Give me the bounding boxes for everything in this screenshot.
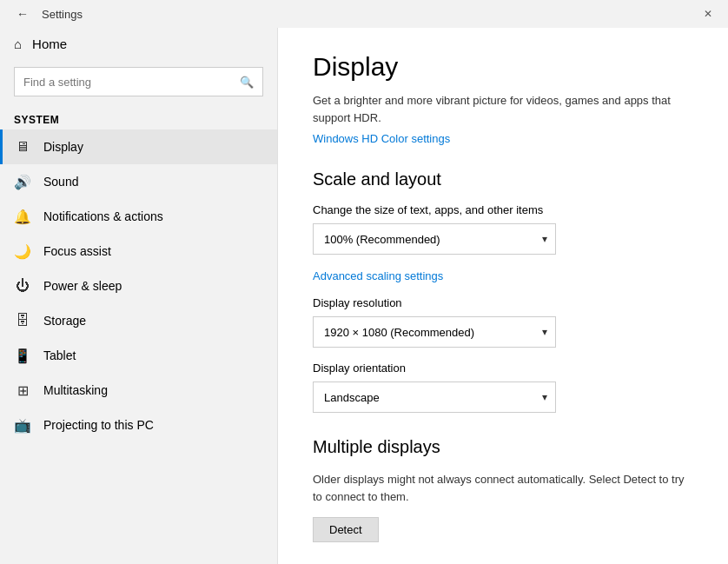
main-content: Display Get a brighter and more vibrant …: [278, 0, 728, 564]
sound-icon: 🔊: [14, 173, 31, 190]
detect-button[interactable]: Detect: [313, 517, 379, 542]
display-icon: 🖥: [14, 138, 31, 156]
back-button[interactable]: ←: [10, 2, 35, 26]
search-input[interactable]: [23, 76, 240, 89]
sidebar: ⌂ Home 🔍 System 🖥 Display 🔊 Sound 🔔 Noti…: [0, 0, 278, 564]
scale-dropdown[interactable]: 100% (Recommended) 125% 150% 175%: [313, 223, 556, 255]
scale-section-title: Scale and layout: [313, 169, 693, 189]
page-title: Display: [313, 52, 693, 82]
advanced-scaling-link[interactable]: Advanced scaling settings: [313, 269, 443, 282]
multiple-displays-desc: Older displays might not always connect …: [313, 471, 686, 505]
sidebar-home-label: Home: [32, 36, 67, 51]
sidebar-item-tablet-label: Tablet: [43, 348, 76, 362]
focus-icon: 🌙: [14, 242, 31, 260]
resolution-dropdown[interactable]: 1920 × 1080 (Recommended) 1280 × 720 102…: [313, 316, 556, 348]
sidebar-item-projecting[interactable]: 📺 Projecting to this PC: [0, 408, 277, 442]
sidebar-item-notifications[interactable]: 🔔 Notifications & actions: [0, 199, 277, 234]
sidebar-item-projecting-label: Projecting to this PC: [43, 418, 154, 432]
orientation-label: Display orientation: [313, 362, 693, 375]
resolution-label: Display resolution: [313, 296, 693, 309]
storage-icon: 🗄: [14, 312, 31, 329]
sidebar-item-home[interactable]: ⌂ Home: [0, 28, 277, 60]
titlebar: ← Settings ✕: [0, 0, 728, 28]
sidebar-item-notifications-label: Notifications & actions: [43, 209, 163, 223]
sidebar-item-power-label: Power & sleep: [43, 279, 122, 293]
sidebar-item-display[interactable]: 🖥 Display: [0, 129, 277, 164]
sidebar-item-tablet[interactable]: 📱 Tablet: [0, 338, 277, 373]
resolution-dropdown-wrapper: 1920 × 1080 (Recommended) 1280 × 720 102…: [313, 316, 556, 348]
orientation-dropdown[interactable]: Landscape Portrait Landscape (flipped) P…: [313, 382, 556, 413]
power-icon: ⏻: [14, 277, 31, 295]
notifications-icon: 🔔: [14, 208, 31, 225]
sidebar-item-storage-label: Storage: [43, 314, 86, 328]
titlebar-title: Settings: [42, 8, 83, 21]
close-icon: ✕: [704, 8, 712, 20]
sidebar-item-sound[interactable]: 🔊 Sound: [0, 164, 277, 199]
sidebar-item-multitasking-label: Multitasking: [43, 383, 108, 397]
home-icon: ⌂: [14, 36, 22, 51]
tablet-icon: 📱: [14, 347, 31, 364]
orientation-dropdown-wrapper: Landscape Portrait Landscape (flipped) P…: [313, 382, 556, 413]
multiple-displays-section-title: Multiple displays: [313, 437, 693, 457]
sidebar-item-sound-label: Sound: [43, 175, 78, 189]
hdr-link[interactable]: Windows HD Color settings: [313, 132, 450, 145]
sidebar-section-label: System: [0, 107, 277, 129]
multitasking-icon: ⊞: [14, 382, 31, 399]
scale-label: Change the size of text, apps, and other…: [313, 203, 693, 216]
sidebar-item-focus[interactable]: 🌙 Focus assist: [0, 234, 277, 269]
sidebar-item-multitasking[interactable]: ⊞ Multitasking: [0, 373, 277, 408]
hdr-description: Get a brighter and more vibrant picture …: [313, 92, 693, 126]
sidebar-item-storage[interactable]: 🗄 Storage: [0, 303, 277, 338]
search-box: 🔍: [14, 67, 263, 96]
projecting-icon: 📺: [14, 416, 31, 434]
search-icon[interactable]: 🔍: [240, 76, 254, 89]
sidebar-item-display-label: Display: [43, 140, 83, 154]
sidebar-item-focus-label: Focus assist: [43, 244, 111, 258]
sidebar-item-power[interactable]: ⏻ Power & sleep: [0, 269, 277, 303]
scale-dropdown-wrapper: 100% (Recommended) 125% 150% 175% ▾: [313, 223, 556, 255]
close-button[interactable]: ✕: [688, 0, 728, 28]
back-icon: ←: [17, 7, 29, 21]
